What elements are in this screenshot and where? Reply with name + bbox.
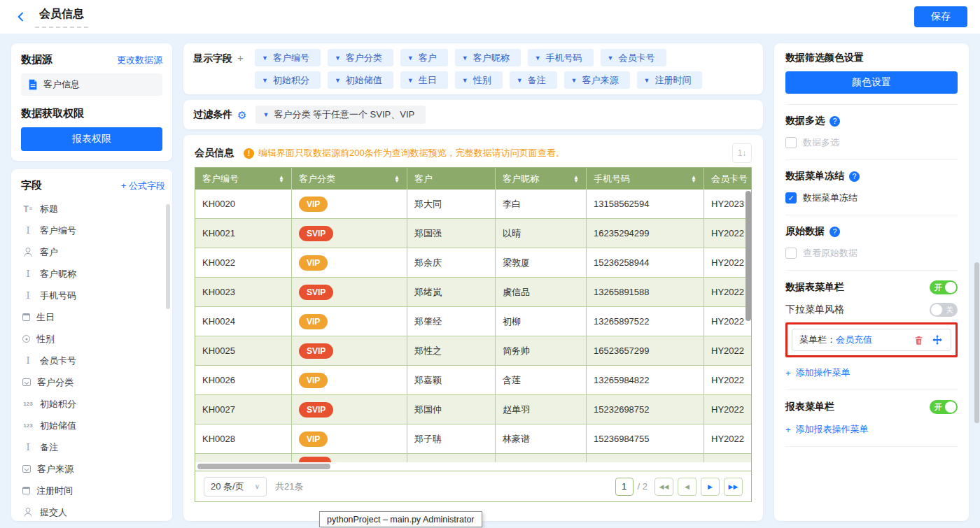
horizontal-scroll-thumb[interactable] xyxy=(197,464,330,469)
sort-icon[interactable]: ▲▼ xyxy=(573,176,579,183)
column-label: 客户昵称 xyxy=(503,173,539,185)
field-item[interactable]: 生日 xyxy=(21,306,165,328)
change-datasource-link[interactable]: 更改数据源 xyxy=(117,54,162,66)
field-item[interactable]: 性别 xyxy=(21,328,165,350)
dropdown-style-label: 下拉菜单风格 xyxy=(785,304,844,316)
field-item[interactable]: 初始储值 xyxy=(21,415,165,436)
move-icon[interactable] xyxy=(931,334,944,346)
text-icon xyxy=(22,225,34,236)
sort-icon[interactable]: ▲▼ xyxy=(394,176,400,183)
color-settings-button[interactable]: 颜色设置 xyxy=(785,71,958,94)
column-header[interactable]: 客户分类▲▼ xyxy=(292,168,407,190)
save-button[interactable]: 保存 xyxy=(914,6,967,27)
page-scrollbar[interactable] xyxy=(974,262,979,423)
column-header[interactable]: 客户 xyxy=(407,168,496,190)
checkbox-unchecked-icon[interactable] xyxy=(785,137,797,148)
select-icon xyxy=(22,378,31,386)
table-horizontal-scrollbar[interactable] xyxy=(195,462,751,471)
datasource-item[interactable]: 客户信息 xyxy=(21,73,162,96)
display-field-chip[interactable]: ▼初始积分 xyxy=(255,71,321,89)
next-page-button[interactable]: ▶ xyxy=(701,478,720,496)
field-item[interactable]: 标题 xyxy=(21,198,165,220)
menu-item-value[interactable]: 会员充值 xyxy=(836,334,872,346)
multiselect-checkbox-row[interactable]: 数据多选 xyxy=(785,136,958,149)
table-menubar-toggle[interactable]: 开 xyxy=(930,280,958,294)
field-item[interactable]: 客户编号 xyxy=(21,220,165,241)
datasource-title: 数据源 xyxy=(21,53,52,66)
table-cell: 郑绪岚 xyxy=(407,278,496,306)
field-item[interactable]: 客户昵称 xyxy=(21,263,165,285)
table-cell: 13265891588 xyxy=(587,278,704,306)
report-menubar-toggle[interactable]: 开 xyxy=(930,400,958,414)
display-field-chip[interactable]: ▼客户分类 xyxy=(328,49,393,66)
help-icon[interactable]: ? xyxy=(849,171,860,182)
double-arrow-left-icon: ◀ xyxy=(664,483,668,490)
add-report-menu-link[interactable]: +添加报表操作菜单 xyxy=(785,423,869,436)
checkbox-unchecked-icon[interactable] xyxy=(785,248,797,259)
display-field-chip[interactable]: ▼初始储值 xyxy=(328,71,393,89)
field-item[interactable]: 初始积分 xyxy=(21,393,165,415)
display-field-chip[interactable]: ▼客户编号 xyxy=(255,49,321,66)
chip-label: 会员卡号 xyxy=(619,52,655,64)
raw-data-checkbox-row[interactable]: 查看原始数据 xyxy=(785,247,958,259)
field-item[interactable]: 手机号码 xyxy=(21,285,165,306)
display-field-chip[interactable]: ▼客户昵称 xyxy=(455,49,521,66)
display-field-chip[interactable]: ▼客户来源 xyxy=(564,71,630,89)
column-header[interactable]: 手机号码▲▼ xyxy=(587,168,704,190)
prev-page-button[interactable]: ◀ xyxy=(678,478,696,496)
right-sidebar: 数据筛选颜色设置 颜色设置 数据多选 ? 数据多选 数据菜单冻结 ? ✓ 数据菜… xyxy=(774,43,969,521)
plus-icon: + xyxy=(785,368,791,378)
category-badge: VIP xyxy=(299,373,328,388)
field-item[interactable]: 客户分类 xyxy=(21,371,165,393)
back-button[interactable] xyxy=(13,8,29,25)
help-icon[interactable]: ? xyxy=(830,227,840,237)
page-size-select[interactable]: 20 条/页 ∨ xyxy=(204,477,267,497)
display-field-chip[interactable]: ▼性别 xyxy=(455,71,503,89)
menu-item-row[interactable]: 菜单栏： 会员充值 xyxy=(792,329,951,351)
add-display-field-button[interactable]: + xyxy=(237,52,244,64)
arrow-left-icon: ◀ xyxy=(685,483,688,490)
display-field-chip[interactable]: ▼手机号码 xyxy=(528,49,594,66)
dropdown-style-toggle[interactable]: 关 xyxy=(930,303,958,317)
report-permission-button[interactable]: 报表权限 xyxy=(21,127,162,151)
last-page-button[interactable]: ▶▶ xyxy=(724,478,743,496)
field-item[interactable]: 提交人 xyxy=(21,501,165,521)
add-formula-field-link[interactable]: + 公式字段 xyxy=(121,180,165,192)
table-cell: SVIP xyxy=(292,219,407,248)
first-page-button[interactable]: ◀◀ xyxy=(654,478,673,496)
field-item[interactable]: 注册时间 xyxy=(21,480,165,501)
sort-icon[interactable]: ▲▼ xyxy=(279,176,284,183)
table-vertical-scrollbar[interactable] xyxy=(746,191,751,321)
display-field-chip[interactable]: ▼生日 xyxy=(400,71,448,89)
table-cell: 13158562594 xyxy=(587,190,704,218)
column-header[interactable]: 会员卡号 xyxy=(704,168,751,190)
table-cell: 以晴 xyxy=(496,219,587,248)
field-item[interactable]: 会员卡号 xyxy=(21,350,165,371)
column-header[interactable]: 客户昵称▲▼ xyxy=(496,168,587,190)
column-label: 会员卡号 xyxy=(711,173,748,185)
checkbox-checked-icon[interactable]: ✓ xyxy=(785,192,797,204)
menu-freeze-checkbox-row[interactable]: ✓ 数据菜单冻结 xyxy=(785,192,958,204)
field-item[interactable]: 备注 xyxy=(21,436,165,458)
field-item[interactable]: 客户来源 xyxy=(21,458,165,480)
help-icon[interactable]: ? xyxy=(830,116,840,127)
display-field-chip[interactable]: ▼客户 xyxy=(400,49,448,66)
display-field-chip[interactable]: ▼注册时间 xyxy=(637,71,703,89)
sort-icon[interactable]: ▲▼ xyxy=(691,176,696,183)
column-header[interactable]: 客户编号▲▼ xyxy=(195,168,292,190)
text-icon xyxy=(22,269,34,279)
taskbar-tooltip: pythonProject – main.py Administrator xyxy=(319,511,482,527)
field-item[interactable]: 客户 xyxy=(21,241,165,263)
number-icon xyxy=(22,401,34,407)
display-field-chip[interactable]: ▼会员卡号 xyxy=(601,49,666,66)
table-sort-button[interactable]: 1↓ xyxy=(732,143,752,163)
trash-icon[interactable] xyxy=(912,334,925,346)
gear-icon[interactable]: ⚙ xyxy=(237,110,246,120)
add-action-menu-link[interactable]: +添加操作菜单 xyxy=(785,366,850,379)
fields-scrollbar[interactable] xyxy=(166,204,170,309)
table-footer: 20 条/页 ∨ 共21条 1 / 2 ◀◀ ◀ ▶ ▶▶ xyxy=(195,471,751,501)
column-label: 客户编号 xyxy=(202,173,239,185)
table-cell: KH0027 xyxy=(195,395,292,424)
filter-condition-chip[interactable]: ▼ 客户分类 等于任意一个 SVIP、VIP xyxy=(255,106,426,124)
display-field-chip[interactable]: ▼备注 xyxy=(510,71,557,89)
